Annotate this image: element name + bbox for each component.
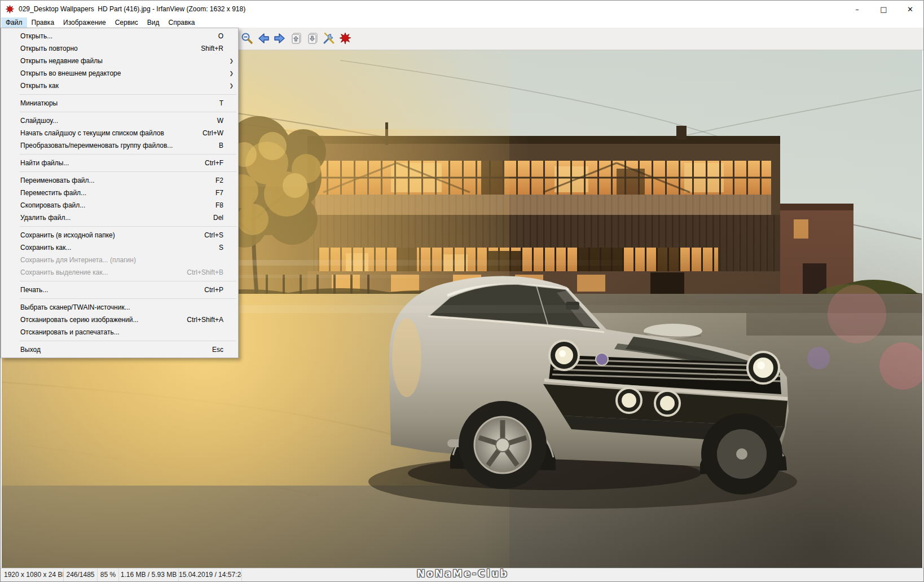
irfanview-devil-icon[interactable] — [338, 30, 353, 46]
menu-item-label: Выбрать сканер/TWAIN-источник... — [20, 301, 130, 314]
statusbar-segment: 1.16 MB / 5.93 MB — [119, 568, 179, 581]
menu-item-search-files[interactable]: Найти файлы...Ctrl+F — [1, 157, 238, 169]
menu-item-label: Сохранить (в исходной папке) — [20, 229, 115, 241]
menu-separator — [20, 298, 236, 299]
menu-item-move-file[interactable]: Переместить файл...F7 — [1, 187, 238, 199]
menu-item-label: Скопировать файл... — [20, 199, 85, 211]
menu-item-shortcut: S — [208, 241, 223, 254]
menu-item-shortcut: F8 — [204, 199, 223, 211]
menu-item-shortcut: F7 — [204, 187, 223, 199]
menu-item-shortcut: F2 — [204, 174, 223, 187]
menu-item-label: Переместить файл... — [20, 187, 86, 199]
menu-item-copy-file[interactable]: Скопировать файл...F8 — [1, 199, 238, 211]
menu-item-label: Удалить файл... — [20, 211, 71, 224]
menu-item-label: Открыть... — [20, 30, 52, 42]
menu-item-select-twain-source[interactable]: Выбрать сканер/TWAIN-источник... — [1, 301, 238, 314]
menu-item-label: Миниатюры — [20, 97, 58, 109]
menubar-item-file[interactable]: Файл — [1, 17, 27, 28]
menu-item-shortcut: Ctrl+S — [193, 229, 223, 241]
submenu-arrow-icon: ❯ — [229, 55, 234, 67]
menu-item-shortcut: Ctrl+P — [193, 284, 223, 296]
next-image-icon[interactable] — [272, 30, 287, 46]
menu-item-label: Сохранить для Интернета... (плагин) — [20, 254, 136, 266]
menu-item-print[interactable]: Печать...Ctrl+P — [1, 284, 238, 296]
menu-item-delete-file[interactable]: Удалить файл...Del — [1, 211, 238, 224]
menu-item-batch-conversion[interactable]: Преобразовать/переименовать группу файло… — [1, 139, 238, 152]
menu-item-save-original[interactable]: Сохранить (в исходной папке)Ctrl+S — [1, 229, 238, 241]
menubar-item-image[interactable]: Изображение — [59, 17, 111, 28]
menu-item-start-slideshow[interactable]: Начать слайдшоу с текущим списком файлов… — [1, 127, 238, 139]
previous-image-icon[interactable] — [256, 30, 271, 46]
submenu-arrow-icon: ❯ — [229, 80, 234, 92]
menu-item-label: Сохранить выделение как... — [20, 266, 108, 279]
menu-item-label: Переименовать файл... — [20, 174, 95, 187]
menu-item-shortcut: W — [206, 114, 223, 127]
menu-item-shortcut: Esc — [201, 343, 223, 356]
menu-item-shortcut — [212, 80, 223, 92]
menu-item-save-as[interactable]: Сохранить как...S — [1, 241, 238, 254]
first-image-icon[interactable] — [289, 30, 303, 46]
menu-item-label: Отсканировать и распечатать... — [20, 326, 120, 338]
last-image-icon[interactable] — [305, 30, 320, 46]
menu-item-exit[interactable]: ВыходEsc — [1, 343, 238, 356]
menubar: ФайлПравкаИзображениеСервисВидСправка — [1, 17, 923, 28]
menubar-item-help[interactable]: Справка — [164, 17, 199, 28]
menu-separator — [20, 226, 236, 227]
menu-item-acquire-batch-scan[interactable]: Отсканировать серию изображений...Ctrl+S… — [1, 314, 238, 326]
window-controls: – □ ✕ — [844, 1, 923, 17]
menu-item-reopen[interactable]: Открыть повторноShift+R — [1, 42, 238, 55]
menu-item-label: Преобразовать/переименовать группу файло… — [20, 139, 173, 152]
menu-item-label: Открыть во внешнем редакторе — [20, 67, 121, 80]
irfanview-window: 029_Desktop Wallpapers HD Part (416).jpg… — [0, 0, 924, 582]
menu-item-label: Открыть недавние файлы — [20, 55, 103, 67]
statusbar: NoNaMe-Club 1920 x 1080 x 24 BPP246/1485… — [1, 568, 923, 581]
menu-item-open-recent[interactable]: Открыть недавние файлы❯ — [1, 55, 238, 67]
menu-item-shortcut: Ctrl+W — [191, 127, 223, 139]
menu-item-shortcut: B — [208, 139, 223, 152]
menu-separator — [20, 341, 236, 341]
menu-item-open-external-editor[interactable]: Открыть во внешнем редакторе❯ — [1, 67, 238, 80]
menu-item-shortcut: Ctrl+Shift+B — [175, 266, 223, 279]
menu-item-shortcut — [212, 326, 223, 338]
menu-item-label: Слайдшоу... — [20, 114, 58, 127]
titlebar[interactable]: 029_Desktop Wallpapers HD Part (416).jpg… — [1, 1, 923, 17]
menubar-item-view[interactable]: Вид — [143, 17, 164, 28]
menu-item-shortcut — [212, 55, 223, 67]
statusbar-segment: 246/1485 — [64, 568, 98, 581]
minimize-button[interactable]: – — [844, 1, 870, 17]
statusbar-segment: 15.04.2019 / 14:57:24 — [179, 568, 242, 581]
menubar-item-options[interactable]: Сервис — [111, 17, 143, 28]
menu-separator — [20, 154, 236, 155]
properties-tools-icon[interactable] — [322, 30, 336, 46]
menu-item-label: Отсканировать серию изображений... — [20, 314, 138, 326]
menu-item-label: Выход — [20, 343, 41, 356]
menu-item-shortcut: Ctrl+Shift+A — [175, 314, 223, 326]
menu-item-label: Открыть как — [20, 80, 59, 92]
menu-separator — [20, 112, 236, 112]
menu-item-open-as[interactable]: Открыть как❯ — [1, 80, 238, 92]
menu-item-shortcut: T — [208, 97, 223, 109]
maximize-button[interactable]: □ — [870, 1, 897, 17]
irfanview-logo-icon — [5, 5, 15, 14]
menu-item-slideshow[interactable]: Слайдшоу...W — [1, 114, 238, 127]
close-button[interactable]: ✕ — [897, 1, 923, 17]
menu-item-shortcut: Del — [202, 211, 223, 224]
submenu-arrow-icon: ❯ — [229, 67, 234, 80]
menu-item-shortcut — [212, 301, 223, 314]
menu-separator — [20, 171, 236, 172]
menu-item-shortcut — [212, 254, 223, 266]
menu-item-save-selection-as: Сохранить выделение как...Ctrl+Shift+B — [1, 266, 238, 279]
menu-item-open[interactable]: Открыть...O — [1, 30, 238, 42]
menu-item-shortcut: O — [207, 30, 223, 42]
menubar-item-edit[interactable]: Правка — [27, 17, 59, 28]
file-menu: Открыть...OОткрыть повторноShift+RОткрыт… — [1, 28, 239, 358]
menu-item-rename-file[interactable]: Переименовать файл...F2 — [1, 174, 238, 187]
menu-item-label: Найти файлы... — [20, 157, 69, 169]
menu-item-shortcut: Shift+R — [190, 42, 223, 55]
menu-item-thumbnails[interactable]: МиниатюрыT — [1, 97, 238, 109]
menu-item-label: Печать... — [20, 284, 48, 296]
menu-item-label: Открыть повторно — [20, 42, 78, 55]
zoom-out-icon[interactable] — [240, 30, 254, 46]
menu-item-copy-shop[interactable]: Отсканировать и распечатать... — [1, 326, 238, 338]
toolstrip — [240, 30, 353, 46]
